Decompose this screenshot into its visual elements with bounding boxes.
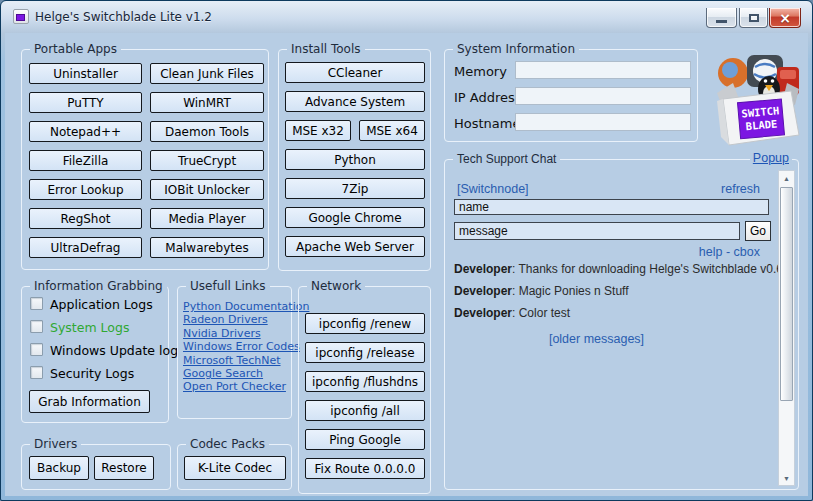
group-network: Network ipconfig /renew ipconfig /releas… bbox=[298, 286, 431, 494]
maximize-icon bbox=[749, 14, 759, 22]
putty-button[interactable]: PuTTY bbox=[29, 92, 142, 113]
minimize-icon bbox=[716, 20, 727, 23]
group-label: Tech Support Chat bbox=[453, 152, 560, 166]
switchnode-link[interactable]: [Switchnode] bbox=[457, 182, 529, 196]
error-lookup-button[interactable]: Error Lookup bbox=[29, 179, 142, 200]
advance-system-button[interactable]: Advance System bbox=[285, 91, 425, 112]
group-portable-apps: Portable Apps Uninstaller Clean Junk Fil… bbox=[21, 49, 269, 270]
ipconfig-release-button[interactable]: ipconfig /release bbox=[305, 342, 425, 363]
titlebar[interactable]: Helge's Switchblade Lite v1.2 × bbox=[1, 1, 812, 32]
chat-name-input[interactable] bbox=[454, 199, 769, 215]
chat-scrollbar[interactable]: ▲ ▼ bbox=[778, 170, 795, 486]
uninstaller-button[interactable]: Uninstaller bbox=[29, 63, 142, 84]
application-logs-label: Application Logs bbox=[50, 297, 153, 312]
chat-message-input[interactable] bbox=[454, 222, 740, 240]
ipconfig-flushdns-button[interactable]: ipconfig /flushdns bbox=[305, 371, 425, 392]
older-messages-link[interactable]: [older messages] bbox=[549, 332, 644, 346]
google-chrome-button[interactable]: Google Chrome bbox=[285, 207, 425, 228]
group-install-tools: Install Tools CCleaner Advance System MS… bbox=[278, 49, 431, 271]
python-documentation-link[interactable]: Python Documentation bbox=[183, 300, 289, 313]
chat-message: Developer: Thanks for downloading Helge'… bbox=[454, 262, 786, 276]
winmrt-button[interactable]: WinMRT bbox=[150, 92, 264, 113]
group-tech-support-chat: Tech Support Chat Popup [Switchnode] ref… bbox=[444, 159, 799, 490]
ipconfig-all-button[interactable]: ipconfig /all bbox=[305, 400, 425, 421]
fix-route-button[interactable]: Fix Route 0.0.0.0 bbox=[305, 458, 425, 479]
ip-address-field[interactable] bbox=[515, 87, 691, 105]
group-information-grabbing: Information Grabbing Application Logs Sy… bbox=[21, 286, 169, 423]
minimize-button[interactable] bbox=[706, 8, 737, 28]
open-port-checker-link[interactable]: Open Port Checker bbox=[183, 380, 289, 393]
group-label: Drivers bbox=[30, 437, 81, 451]
system-logs-checkbox[interactable] bbox=[30, 320, 43, 333]
scroll-up-icon[interactable]: ▲ bbox=[779, 171, 794, 185]
microsoft-technet-link[interactable]: Microsoft TechNet bbox=[183, 354, 289, 367]
close-icon: × bbox=[779, 11, 791, 25]
app-window: Helge's Switchblade Lite v1.2 × Portable… bbox=[0, 0, 813, 501]
regshot-button[interactable]: RegShot bbox=[29, 208, 142, 229]
group-system-information: System Information Memory IP Address Hos… bbox=[444, 49, 698, 142]
group-label: Network bbox=[307, 279, 365, 293]
chat-author: Developer bbox=[454, 306, 512, 320]
group-drivers: Drivers Backup Restore bbox=[21, 444, 171, 490]
group-label: Codec Packs bbox=[186, 437, 269, 451]
malwarebytes-button[interactable]: Malwarebytes bbox=[150, 237, 264, 258]
mse-x64-button[interactable]: MSE x64 bbox=[359, 120, 425, 141]
older-messages-row: [older messages] bbox=[454, 329, 739, 347]
windows-update-log-checkbox[interactable] bbox=[30, 343, 43, 356]
group-codec-packs: Codec Packs K-Lite Codec bbox=[177, 444, 292, 490]
filezilla-button[interactable]: FileZilla bbox=[29, 150, 142, 171]
switchblade-logo: SWITCH BLADE bbox=[703, 41, 807, 149]
mse-x32-button[interactable]: MSE x32 bbox=[285, 120, 351, 141]
hostname-field[interactable] bbox=[515, 113, 691, 131]
chat-go-button[interactable]: Go bbox=[745, 221, 771, 241]
scrollbar-thumb[interactable] bbox=[780, 187, 793, 401]
group-label: Usefull Links bbox=[186, 279, 270, 293]
refresh-link[interactable]: refresh bbox=[721, 182, 760, 196]
ipconfig-renew-button[interactable]: ipconfig /renew bbox=[305, 313, 425, 334]
popup-link[interactable]: Popup bbox=[750, 151, 792, 165]
help-link[interactable]: help bbox=[699, 245, 723, 259]
iobit-unlocker-button[interactable]: IOBit Unlocker bbox=[150, 179, 264, 200]
security-logs-checkbox[interactable] bbox=[30, 366, 43, 379]
ccleaner-button[interactable]: CCleaner bbox=[285, 62, 425, 83]
google-search-link[interactable]: Google Search bbox=[183, 367, 289, 380]
ping-google-button[interactable]: Ping Google bbox=[305, 429, 425, 450]
memory-label: Memory bbox=[454, 64, 507, 79]
truecrypt-button[interactable]: TrueCrypt bbox=[150, 150, 264, 171]
scroll-down-icon[interactable]: ▼ bbox=[779, 471, 794, 485]
close-button[interactable]: × bbox=[769, 8, 801, 28]
apache-web-server-button[interactable]: Apache Web Server bbox=[285, 236, 425, 257]
klite-codec-button[interactable]: K-Lite Codec bbox=[184, 456, 286, 480]
grab-information-button[interactable]: Grab Information bbox=[29, 390, 150, 413]
windows-error-codes-link[interactable]: Windows Error Codes bbox=[183, 340, 289, 353]
backup-button[interactable]: Backup bbox=[29, 456, 89, 480]
chat-text: Color test bbox=[519, 306, 570, 320]
group-label: Portable Apps bbox=[30, 42, 121, 56]
application-logs-checkbox[interactable] bbox=[30, 297, 43, 310]
radeon-drivers-link[interactable]: Radeon Drivers bbox=[183, 313, 289, 326]
clean-junk-files-button[interactable]: Clean Junk Files bbox=[150, 63, 264, 84]
chat-text: Thanks for downloading Helge's Switchbla… bbox=[518, 262, 786, 276]
group-label: Information Grabbing bbox=[30, 279, 167, 293]
security-logs-label: Security Logs bbox=[50, 366, 134, 381]
daemon-tools-button[interactable]: Daemon Tools bbox=[150, 121, 264, 142]
python-button[interactable]: Python bbox=[285, 149, 425, 170]
chat-help-row: help - cbox bbox=[699, 245, 760, 259]
cbox-link[interactable]: cbox bbox=[734, 245, 760, 259]
nvidia-drivers-link[interactable]: Nvidia Drivers bbox=[183, 327, 289, 340]
author-separator: : bbox=[512, 306, 519, 320]
client-area: Portable Apps Uninstaller Clean Junk Fil… bbox=[5, 33, 808, 496]
maximize-button[interactable] bbox=[739, 8, 768, 28]
author-separator: : bbox=[512, 284, 519, 298]
ultradefrag-button[interactable]: UltraDefrag bbox=[29, 237, 142, 258]
restore-button[interactable]: Restore bbox=[94, 456, 154, 480]
media-player-button[interactable]: Media Player bbox=[150, 208, 264, 229]
ip-address-label: IP Address bbox=[454, 90, 522, 105]
window-title: Helge's Switchblade Lite v1.2 bbox=[35, 10, 212, 24]
memory-field[interactable] bbox=[515, 61, 691, 79]
sevenzip-button[interactable]: 7Zip bbox=[285, 178, 425, 199]
link-separator: - bbox=[726, 245, 730, 259]
group-usefull-links: Usefull Links Python Documentation Radeo… bbox=[177, 286, 292, 419]
chat-author: Developer bbox=[454, 262, 512, 276]
notepadpp-button[interactable]: Notepad++ bbox=[29, 121, 142, 142]
